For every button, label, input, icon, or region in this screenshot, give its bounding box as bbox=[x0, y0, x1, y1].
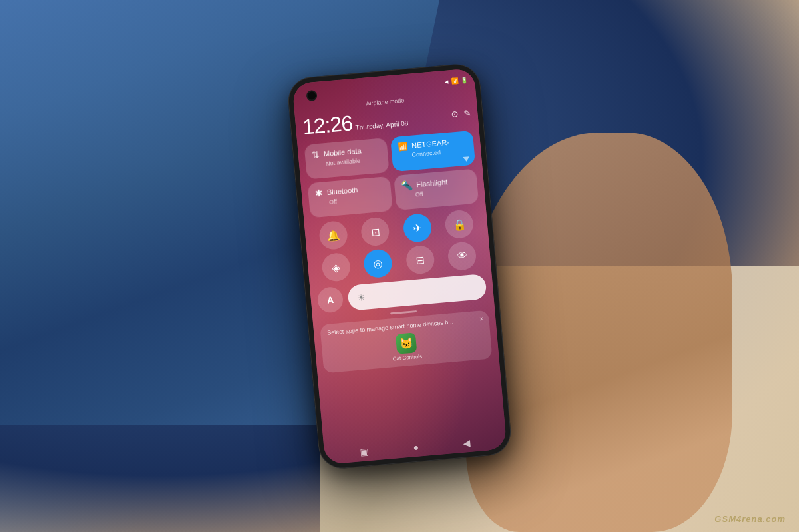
time-display: 12:26 bbox=[302, 111, 354, 139]
cast-button[interactable]: ⊡ bbox=[360, 216, 391, 247]
brightness-slider[interactable]: ☀ bbox=[347, 273, 487, 310]
focus-button[interactable]: ◎ bbox=[363, 248, 394, 279]
wifi-status-icon: 📶 bbox=[451, 77, 459, 85]
brightness-sun-icon: ☀ bbox=[357, 292, 366, 302]
battery-icon: 🔋 bbox=[461, 76, 469, 83]
tile-mobile-data[interactable]: ⇅ Mobile data Not available bbox=[304, 137, 390, 179]
mobile-data-label: Mobile data bbox=[323, 146, 362, 158]
eye-button[interactable]: 👁 bbox=[447, 240, 478, 271]
edit-icon[interactable]: ✎ bbox=[463, 107, 471, 118]
cat-controls-label: Cat Controls bbox=[392, 353, 422, 362]
phone-body: ◄ 📶 🔋 Airplane mode 12:26 Thursday, Apri… bbox=[286, 62, 513, 470]
screen-record-button[interactable]: ⊟ bbox=[405, 244, 435, 275]
cat-controls-icon: 🐱 bbox=[396, 332, 417, 354]
wifi-label: NETGEAR- bbox=[411, 138, 450, 149]
tile-wifi[interactable]: 📶 NETGEAR- Connected bbox=[390, 130, 475, 172]
wifi-tile-icon: 📶 bbox=[398, 141, 408, 151]
quick-tiles-grid: ⇅ Mobile data Not available 📶 NETGEAR- C… bbox=[304, 130, 479, 218]
nav-bar: ▣ ● ◀ bbox=[324, 434, 507, 461]
location-button[interactable]: ◈ bbox=[321, 252, 352, 282]
bluetooth-icon: ✱ bbox=[314, 187, 323, 198]
phone-wrapper: ◄ 📶 🔋 Airplane mode 12:26 Thursday, Apri… bbox=[286, 62, 513, 470]
header-action-icons: ⊙ ✎ bbox=[451, 107, 471, 119]
tile-bluetooth[interactable]: ✱ Bluetooth Off bbox=[308, 176, 393, 218]
nav-back-button[interactable]: ◀ bbox=[463, 437, 471, 448]
nav-home-button[interactable]: ● bbox=[413, 441, 419, 453]
airplane-button[interactable]: ✈ bbox=[402, 212, 433, 243]
tile-flashlight[interactable]: 🔦 Flashlight Off bbox=[394, 168, 479, 210]
mobile-data-icon: ⇅ bbox=[311, 148, 320, 160]
status-icons: ◄ 📶 🔋 bbox=[443, 76, 469, 85]
signal-icon: ◄ bbox=[443, 78, 450, 85]
gsmarena-watermark: GSM4rena.com bbox=[714, 514, 786, 524]
wifi-expand-arrow bbox=[463, 156, 470, 162]
nav-recents-button[interactable]: ▣ bbox=[360, 446, 369, 457]
smart-home-close-button[interactable]: × bbox=[479, 314, 483, 323]
bluetooth-label: Bluetooth bbox=[326, 186, 358, 196]
settings-icon[interactable]: ⊙ bbox=[451, 109, 459, 119]
flashlight-icon: 🔦 bbox=[401, 179, 413, 190]
flashlight-label: Flashlight bbox=[416, 178, 448, 188]
date-display: Thursday, April 08 bbox=[355, 119, 409, 131]
phone-screen: ◄ 📶 🔋 Airplane mode 12:26 Thursday, Apri… bbox=[292, 68, 507, 465]
scroll-indicator bbox=[390, 310, 417, 314]
smart-home-card: × Select apps to manage smart home devic… bbox=[320, 310, 492, 373]
notification-panel: Airplane mode 12:26 Thursday, April 08 ⊙… bbox=[294, 87, 507, 465]
bell-button[interactable]: 🔔 bbox=[318, 220, 349, 250]
lock-button[interactable]: 🔒 bbox=[444, 209, 475, 240]
hand-bg bbox=[466, 133, 732, 532]
font-size-button[interactable]: A bbox=[316, 286, 344, 313]
